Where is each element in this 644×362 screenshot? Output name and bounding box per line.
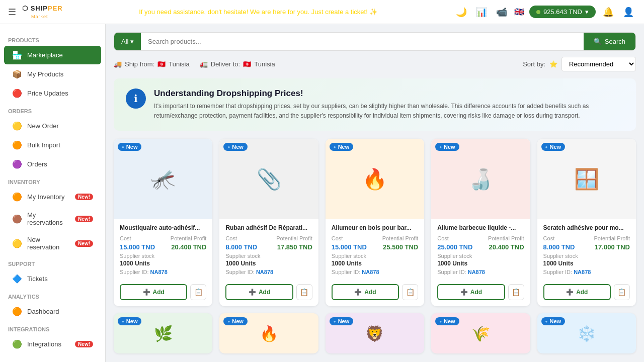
stock-label-p3: Supplier stock xyxy=(332,253,418,259)
product-info-p4: Allume barbecue liquide -... Cost Potent… xyxy=(431,219,530,284)
product-name-p2: Ruban adhésif De Réparati... xyxy=(225,224,312,231)
product-card-partial-bp5[interactable]: ❄️ New xyxy=(537,313,636,353)
profit-label-p4: Potential Profit xyxy=(488,235,524,241)
product-card-p3[interactable]: 🔥 New Allumeur en bois pour bar... Cost … xyxy=(326,139,424,306)
stock-units-p5: 1000 Units xyxy=(543,260,630,267)
add-button-p3[interactable]: ➕ Add xyxy=(332,284,399,300)
add-button-p5[interactable]: ➕ Add xyxy=(543,284,611,300)
sidebar-section-analytics: Analytics xyxy=(0,289,105,302)
partial-emoji-bp2: 🔥 xyxy=(260,325,278,342)
products-grid-bottom: 🌿 New 🔥 New 🦁 New 🌾 New ❄️ New xyxy=(114,313,636,353)
supplier-p3: Supplier ID: NA878 xyxy=(332,269,418,275)
sidebar-item-new-order[interactable]: 🟡 New Order xyxy=(4,117,101,135)
save-icon-p4: 📋 xyxy=(512,288,520,296)
save-button-p2[interactable]: 📋 xyxy=(296,284,312,300)
products-grid: 🦟 New Moustiquaire auto-adhésif... Cost … xyxy=(114,139,636,306)
dashboard-icon: 🟠 xyxy=(12,307,22,316)
card-actions-p3: ➕ Add 📋 xyxy=(326,284,424,306)
language-flag-icon[interactable]: 🇬🇧 xyxy=(514,7,524,17)
sort-select[interactable]: Recommended Price: Low to High Price: Hi… xyxy=(561,57,636,71)
price-row-p4: Cost Potential Profit xyxy=(437,235,524,241)
save-button-p5[interactable]: 📋 xyxy=(614,284,630,300)
save-button-p1[interactable]: 📋 xyxy=(190,284,206,300)
card-actions-p1: ➕ Add 📋 xyxy=(114,284,212,306)
sidebar-item-price-updates[interactable]: 🔴 Price Updates xyxy=(4,84,101,103)
card-actions-p4: ➕ Add 📋 xyxy=(431,284,530,306)
supplier-id-p5: NA878 xyxy=(574,269,591,275)
cost-label-p1: Cost xyxy=(120,235,131,241)
cost-value-p3: 15.000 TND xyxy=(332,243,367,251)
avatar-icon[interactable]: 👤 xyxy=(621,5,636,20)
sidebar-item-tickets[interactable]: 🔷 Tickets xyxy=(4,269,101,288)
product-card-partial-bp4[interactable]: 🌾 New xyxy=(431,313,530,353)
product-emoji-p1: 🦟 xyxy=(114,139,212,219)
profit-label-p5: Potential Profit xyxy=(594,235,630,241)
product-info-p1: Moustiquaire auto-adhésif... Cost Potent… xyxy=(114,219,212,284)
product-name-p4: Allume barbecue liquide -... xyxy=(437,224,524,231)
profit-value-p4: 20.400 TND xyxy=(489,243,524,251)
bulk-import-icon: 🟠 xyxy=(12,140,22,150)
sidebar-item-marketplace-label: Marketplace xyxy=(27,51,63,59)
notification-icon[interactable]: 🔔 xyxy=(601,5,616,20)
add-button-p2[interactable]: ➕ Add xyxy=(225,284,293,300)
sidebar-item-orders[interactable]: 🟣 Orders xyxy=(4,155,101,173)
stock-label-p2: Supplier stock xyxy=(225,253,312,259)
card-actions-p2: ➕ Add 📋 xyxy=(219,284,318,306)
menu-icon[interactable]: ☰ xyxy=(8,7,16,18)
partial-badge-bp2: New xyxy=(223,317,247,325)
video-icon[interactable]: 📹 xyxy=(494,5,509,20)
sidebar-section-inventory: Inventory xyxy=(0,174,105,187)
cost-label-p3: Cost xyxy=(332,235,343,241)
save-icon-p1: 📋 xyxy=(194,288,203,296)
ship-from-flag-icon: 🇹🇳 xyxy=(157,60,166,68)
sidebar-item-my-inventory-label: My Inventory xyxy=(27,193,64,201)
search-button[interactable]: 🔍 Search xyxy=(584,33,635,50)
save-icon-p2: 📋 xyxy=(300,288,308,296)
add-icon-p5: ➕ xyxy=(566,289,574,296)
product-card-partial-bp1[interactable]: 🌿 New xyxy=(114,313,212,353)
product-card-p4[interactable]: 🍶 New Allume barbecue liquide -... Cost … xyxy=(431,139,530,306)
marketplace-icon: 🏪 xyxy=(12,50,22,60)
supplier-id-p1: NA878 xyxy=(150,269,168,275)
add-button-p1[interactable]: ➕ Add xyxy=(120,284,187,300)
search-category-button[interactable]: All ▾ xyxy=(114,33,141,50)
sidebar-item-my-products[interactable]: 📦 My Products xyxy=(4,65,101,83)
ship-from-truck-icon: 🚚 xyxy=(114,60,122,68)
search-input[interactable] xyxy=(141,33,584,50)
price-row-p2: Cost Potential Profit xyxy=(225,235,312,241)
sidebar-item-price-updates-label: Price Updates xyxy=(27,89,68,97)
cost-label-p2: Cost xyxy=(225,235,237,241)
add-button-p4[interactable]: ➕ Add xyxy=(437,284,505,300)
my-inventory-badge: New! xyxy=(75,194,93,200)
banner-text-block: Understanding Dropshipping Prices! It's … xyxy=(154,88,624,121)
new-reservation-icon: 🟡 xyxy=(12,239,22,248)
price-values-p3: 15.000 TND 25.500 TND xyxy=(332,243,418,251)
banner-title: Understanding Dropshipping Prices! xyxy=(154,88,624,99)
stock-label-p5: Supplier stock xyxy=(543,253,630,259)
price-values-p1: 15.000 TND 20.400 TND xyxy=(120,243,206,251)
sidebar-item-dashboard[interactable]: 🟠 Dashboard xyxy=(4,302,101,321)
save-button-p4[interactable]: 📋 xyxy=(508,284,524,300)
sidebar-item-new-reservation[interactable]: 🟡 Now reservation New! xyxy=(4,231,101,255)
dark-mode-icon[interactable]: 🌙 xyxy=(454,5,469,20)
product-card-p5[interactable]: 🪟 New Scratch adhésive pour mo... Cost P… xyxy=(537,139,636,306)
sidebar-item-integrations[interactable]: 🟢 Integrations New! xyxy=(4,335,101,353)
sidebar-item-my-reservations[interactable]: 🟤 My reservations New! xyxy=(4,207,101,231)
search-icon: 🔍 xyxy=(594,38,602,45)
sidebar-item-my-inventory[interactable]: 🟠 My Inventory New! xyxy=(4,188,101,206)
main-layout: Products 🏪 Marketplace 📦 My Products 🔴 P… xyxy=(0,24,644,362)
product-card-partial-bp2[interactable]: 🔥 New xyxy=(219,313,318,353)
sidebar-item-marketplace[interactable]: 🏪 Marketplace xyxy=(4,46,101,64)
price-values-p4: 25.000 TND 20.400 TND xyxy=(437,243,524,251)
save-button-p3[interactable]: 📋 xyxy=(402,284,418,300)
deliver-to-truck-icon: 🚛 xyxy=(200,60,208,68)
price-row-p5: Cost Potential Profit xyxy=(543,235,630,241)
spreadsheet-icon[interactable]: 📊 xyxy=(474,5,489,20)
balance-button[interactable]: 925.643 TND ▾ xyxy=(529,6,596,18)
product-card-p2[interactable]: 📎 New Ruban adhésif De Réparati... Cost … xyxy=(219,139,318,306)
sidebar-item-bulk-import[interactable]: 🟠 Bulk Import xyxy=(4,136,101,154)
product-card-partial-bp3[interactable]: 🦁 New xyxy=(326,313,424,353)
save-icon-p3: 📋 xyxy=(406,288,415,296)
product-info-p2: Ruban adhésif De Réparati... Cost Potent… xyxy=(219,219,318,284)
product-card-p1[interactable]: 🦟 New Moustiquaire auto-adhésif... Cost … xyxy=(114,139,212,306)
